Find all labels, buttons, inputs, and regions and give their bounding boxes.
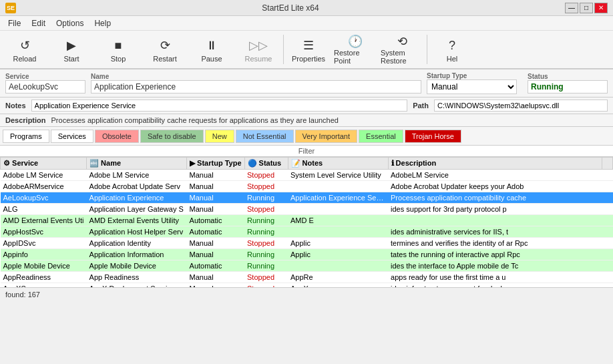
resume-label: Resume	[245, 55, 272, 63]
col-name[interactable]: 🔤 Name	[87, 158, 187, 170]
service-col-icon: ⚙	[3, 159, 10, 167]
col-notes[interactable]: 📝 Notes	[288, 158, 388, 170]
cell-name: Application Host Helper Serv	[87, 226, 187, 238]
cell-name: Application Layer Gateway S	[87, 204, 187, 215]
help-button[interactable]: ? Hel	[429, 32, 475, 67]
tab-very-important[interactable]: Very Important	[295, 130, 358, 143]
notes-input[interactable]	[31, 100, 408, 112]
desc-text: Processes application compatibility cach…	[51, 116, 339, 124]
cell-service: AppIDSvc	[1, 238, 87, 249]
path-input[interactable]	[434, 100, 608, 112]
table-row[interactable]: AdobeARMservice Adobe Acrobat Update Ser…	[1, 181, 613, 192]
table-area: ⚙ Service 🔤 Name ▶ Startup Type 🔵 Status	[0, 157, 613, 287]
cell-service: Adobe LM Service	[1, 170, 87, 181]
cell-extra	[602, 260, 613, 272]
properties-icon: ☰	[298, 36, 319, 55]
close-button[interactable]: ✕	[594, 3, 608, 13]
cell-desc: Adobe Acrobat Updater keeps your Adob	[388, 181, 602, 192]
stop-icon: ■	[108, 36, 129, 55]
table-row[interactable]: AppHostSvc Application Host Helper Serv …	[1, 226, 613, 238]
tab-programs[interactable]: Programs	[3, 130, 49, 143]
maximize-button[interactable]: □	[580, 3, 593, 13]
pause-button[interactable]: ⏸ Pause	[188, 32, 235, 67]
cell-notes: Applic	[288, 238, 388, 249]
col-service[interactable]: ⚙ Service	[1, 158, 87, 170]
cell-name: Adobe Acrobat Update Serv	[87, 181, 187, 192]
menu-bar: File Edit Options Help	[0, 16, 613, 31]
resume-icon: ▷▷	[248, 36, 269, 55]
desc-col-icon: ℹ	[391, 159, 394, 167]
table-row[interactable]: Appinfo Application Information Manual R…	[1, 249, 613, 260]
reload-button[interactable]: ↺ Reload	[1, 32, 48, 67]
startup-select[interactable]: Manual Automatic Disabled Automatic (Del…	[427, 79, 517, 94]
name-group: Name Application Experience	[91, 73, 421, 94]
menu-help[interactable]: Help	[89, 17, 116, 29]
cell-desc: tates the running of interactive appl Rp…	[388, 249, 602, 260]
cell-extra	[602, 170, 613, 181]
table-row[interactable]: Adobe LM Service Adobe LM Service Manual…	[1, 170, 613, 181]
cell-desc: ides administrative services for IIS, t	[388, 226, 602, 238]
table-container[interactable]: ⚙ Service 🔤 Name ▶ Startup Type 🔵 Status	[0, 157, 613, 287]
cell-status: Stopped	[244, 204, 288, 215]
table-row[interactable]: ALG Application Layer Gateway S Manual S…	[1, 204, 613, 215]
table-row[interactable]: Apple Mobile Device Apple Mobile Device …	[1, 260, 613, 272]
table-row[interactable]: AeLookupSvc Application Experience Manua…	[1, 192, 613, 204]
tab-obsolete[interactable]: Obsolete	[95, 130, 139, 143]
cell-status: Running	[244, 260, 288, 272]
col-extra	[602, 158, 613, 170]
cell-desc: Processes application compatibility cach…	[388, 192, 602, 204]
restart-button[interactable]: ⟳ Restart	[142, 32, 188, 67]
cell-notes: Applic	[288, 249, 388, 260]
table-row[interactable]: AppXSvc AppX Deployment Service (A Manua…	[1, 283, 613, 288]
service-value: AeLookupSvc	[5, 80, 85, 94]
minimize-button[interactable]: —	[565, 3, 578, 13]
desc-label: Description	[5, 116, 46, 124]
cell-name: AMD External Events Utility	[87, 215, 187, 226]
menu-edit[interactable]: Edit	[26, 17, 51, 29]
cell-startup: Manual	[187, 181, 244, 192]
stop-button[interactable]: ■ Stop	[95, 32, 142, 67]
system-restore-button[interactable]: ⟲ System Restore	[379, 32, 425, 67]
cell-name: Application Information	[87, 249, 187, 260]
menu-file[interactable]: File	[3, 17, 26, 29]
tab-services[interactable]: Services	[51, 130, 93, 143]
table-row[interactable]: AppReadiness App Readiness Manual Stoppe…	[1, 272, 613, 283]
cell-notes: System Level Service Utility	[288, 170, 388, 181]
tab-safe[interactable]: Safe to disable	[140, 130, 204, 143]
cell-status: Running	[244, 226, 288, 238]
cell-extra	[602, 192, 613, 204]
cell-service: AppReadiness	[1, 272, 87, 283]
col-status[interactable]: 🔵 Status	[244, 158, 288, 170]
cell-startup: Manual	[187, 249, 244, 260]
cell-extra	[602, 283, 613, 288]
cell-status: Stopped	[244, 238, 288, 249]
filter-bar: Filter	[0, 146, 613, 157]
col-desc[interactable]: ℹ Description	[388, 158, 602, 170]
cell-startup: Manual	[187, 204, 244, 215]
start-label: Start	[63, 55, 79, 63]
cell-service: AMD External Events Uti	[1, 215, 87, 226]
cell-status: Running	[244, 215, 288, 226]
tab-essential[interactable]: Essential	[359, 130, 403, 143]
cell-desc: termines and verifies the identity of ar…	[388, 238, 602, 249]
col-startup[interactable]: ▶ Startup Type	[187, 158, 244, 170]
filter-label: Filter	[298, 147, 315, 155]
table-row[interactable]: AppIDSvc Application Identity Manual Sto…	[1, 238, 613, 249]
restore-point-label: Restore Point	[334, 49, 377, 65]
cell-extra	[602, 226, 613, 238]
resume-button[interactable]: ▷▷ Resume	[235, 32, 282, 67]
cell-status: Stopped	[244, 272, 288, 283]
tab-not-essential[interactable]: Not Essential	[236, 130, 294, 143]
menu-options[interactable]: Options	[51, 17, 89, 29]
tab-trojan[interactable]: Trojan Horse	[405, 130, 461, 143]
cell-notes: AppX	[288, 283, 388, 288]
restore-point-button[interactable]: 🕐 Restore Point	[332, 32, 379, 67]
properties-button[interactable]: ☰ Properties	[285, 32, 332, 67]
table-row[interactable]: AMD External Events Uti AMD External Eve…	[1, 215, 613, 226]
start-button[interactable]: ▶ Start	[48, 32, 95, 67]
toolbar-separator-1	[283, 35, 284, 64]
tab-new[interactable]: New	[205, 130, 234, 143]
notes-row: Notes Path	[0, 98, 613, 114]
service-group: Service AeLookupSvc	[5, 73, 85, 94]
cell-extra	[602, 204, 613, 215]
